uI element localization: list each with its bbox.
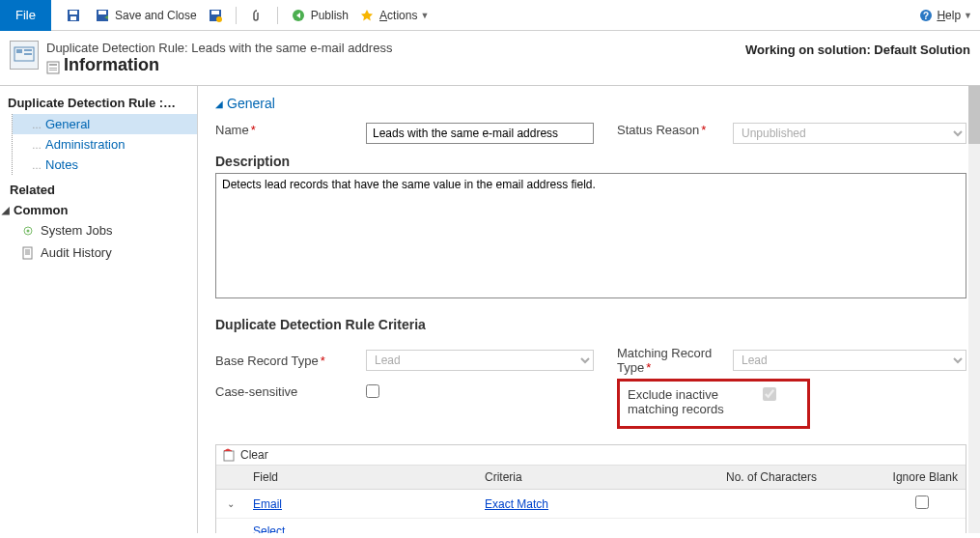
base-type-select[interactable]: Lead <box>366 350 594 371</box>
svg-rect-6 <box>211 11 219 14</box>
svg-point-7 <box>216 16 222 22</box>
save-close-label: Save and Close <box>115 9 197 22</box>
highlight-box: Exclude inactive matching records <box>617 379 810 429</box>
case-sensitive-checkbox[interactable] <box>366 384 379 398</box>
record-type-icon <box>10 41 39 70</box>
criteria-link[interactable]: Exact Match <box>485 497 548 511</box>
table-row: ⌄ Email Exact Match <box>216 490 966 519</box>
toolbar-separator-2 <box>277 7 278 24</box>
toolbar: File Save and Close Publish Actions ▼ ? … <box>0 0 980 31</box>
publish-icon <box>291 8 306 23</box>
main-content: ◢ General Name* Status Reason* Unpublish… <box>198 86 980 533</box>
scrollbar[interactable] <box>968 86 980 533</box>
attach-icon <box>249 8 265 23</box>
actions-menu[interactable]: Actions ▼ <box>352 2 433 29</box>
status-label: Status Reason* <box>617 123 733 137</box>
page-header: Duplicate Detection Rule: Leads with the… <box>0 31 980 86</box>
clear-icon <box>222 448 236 462</box>
svg-text:?: ? <box>923 11 929 21</box>
chars-cell <box>718 501 879 507</box>
matching-type-select[interactable]: Lead <box>733 350 966 371</box>
save-new-icon <box>208 8 223 23</box>
toolbar-separator <box>236 7 237 24</box>
case-sensitive-label: Case-sensitive <box>215 384 366 399</box>
svg-rect-17 <box>49 68 57 69</box>
table-row-select: Select <box>216 519 966 533</box>
sidebar-item-administration[interactable]: Administration <box>13 134 197 155</box>
criteria-table: Clear Field Criteria No. of Characters I… <box>215 444 966 533</box>
base-type-label: Base Record Type* <box>215 354 366 368</box>
form-icon <box>46 59 60 72</box>
name-input[interactable] <box>366 123 594 144</box>
sidebar-item-notes[interactable]: Notes <box>13 155 197 175</box>
matching-type-label: Matching Record Type* <box>617 346 733 375</box>
svg-rect-1 <box>70 11 77 14</box>
svg-rect-12 <box>16 49 22 53</box>
status-select[interactable]: Unpublished <box>733 123 966 144</box>
sidebar: Duplicate Detection Rule :… General Admi… <box>0 86 198 533</box>
description-label: Description <box>215 154 966 169</box>
col-field: Field <box>245 466 477 489</box>
field-link[interactable]: Email <box>253 497 282 511</box>
svg-rect-13 <box>24 49 32 51</box>
col-ignore: Ignore Blank <box>879 466 966 489</box>
svg-rect-18 <box>49 70 57 71</box>
file-tab[interactable]: File <box>0 0 51 31</box>
svg-point-20 <box>27 229 30 232</box>
select-link[interactable]: Select <box>253 524 285 533</box>
clear-button[interactable]: Clear <box>240 448 268 462</box>
svg-rect-21 <box>23 247 32 259</box>
chevron-down-icon: ▼ <box>964 11 972 20</box>
help-icon: ? <box>918 8 934 23</box>
related-heading: Related <box>0 175 197 201</box>
doc-icon <box>21 246 35 260</box>
exclude-inactive-label: Exclude inactive matching records <box>628 387 763 416</box>
svg-rect-2 <box>70 16 76 20</box>
ignore-blank-checkbox[interactable] <box>915 496 929 509</box>
sidebar-link-system-jobs[interactable]: System Jobs <box>0 219 197 241</box>
save-icon <box>66 8 81 23</box>
save-new-button[interactable] <box>201 2 230 29</box>
breadcrumb: Duplicate Detection Rule: Leads with the… <box>46 41 745 55</box>
gear-icon <box>21 224 35 238</box>
chevron-down-icon: ▼ <box>420 11 429 20</box>
name-label: Name* <box>215 123 366 137</box>
save-close-button[interactable]: Save and Close <box>88 2 201 29</box>
save-close-icon <box>95 8 110 23</box>
scrollbar-thumb[interactable] <box>968 86 980 144</box>
common-section[interactable]: ◢ Common <box>0 201 197 219</box>
solution-label: Working on solution: Default Solution <box>745 41 970 57</box>
chevron-down-icon: ◢ <box>215 99 223 109</box>
description-textarea[interactable]: Detects lead records that have the same … <box>215 173 966 298</box>
svg-rect-4 <box>98 11 106 14</box>
svg-rect-14 <box>24 53 32 55</box>
sidebar-item-general[interactable]: General <box>13 114 197 134</box>
publish-button[interactable]: Publish <box>284 2 352 29</box>
general-section-title[interactable]: ◢ General <box>215 96 966 111</box>
col-criteria: Criteria <box>477 466 718 489</box>
col-chars: No. of Characters <box>718 466 879 489</box>
attach-button[interactable] <box>242 2 271 29</box>
save-button[interactable] <box>59 2 88 29</box>
sidebar-link-audit-history[interactable]: Audit History <box>0 241 197 264</box>
publish-label: Publish <box>311 9 349 22</box>
actions-icon <box>359 8 375 23</box>
svg-rect-16 <box>49 64 57 66</box>
exclude-inactive-checkbox[interactable] <box>763 387 776 401</box>
sidebar-heading: Duplicate Detection Rule :… <box>0 92 197 114</box>
svg-rect-22 <box>224 451 234 461</box>
criteria-header: Field Criteria No. of Characters Ignore … <box>216 466 966 490</box>
help-button[interactable]: ? Help ▼ <box>915 8 972 23</box>
chevron-down-icon: ◢ <box>2 205 10 215</box>
row-chevron[interactable]: ⌄ <box>216 498 245 509</box>
page-title: Information <box>46 55 745 75</box>
criteria-section-title: Duplicate Detection Rule Criteria <box>215 317 966 332</box>
